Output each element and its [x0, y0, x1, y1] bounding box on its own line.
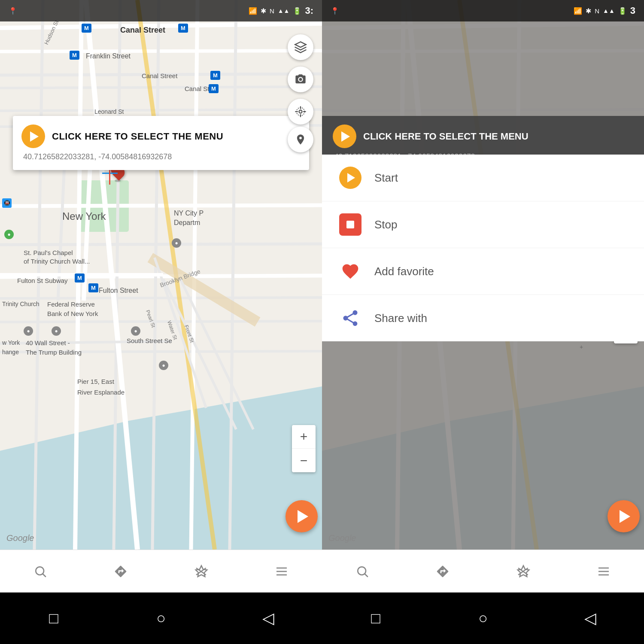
nav-directions-r[interactable] — [425, 554, 460, 589]
android-nav-bar: □ ○ ◁ □ ○ ◁ — [0, 592, 644, 644]
android-back-btn-right[interactable]: ◁ — [569, 609, 612, 627]
transit-m-1: M — [82, 24, 91, 33]
stop-icon-circle — [339, 213, 361, 236]
menu-item-stop[interactable]: Stop — [322, 201, 644, 248]
google-logo: Google — [6, 533, 34, 543]
subway-icon-left: 🚇 — [2, 198, 12, 208]
nav-menu[interactable] — [264, 554, 299, 589]
park-icon: ● — [4, 230, 14, 239]
pin-shadow — [115, 179, 121, 182]
menu-item-share[interactable]: Share with — [322, 295, 644, 341]
map-label-canal2: Canal Street — [142, 72, 177, 79]
nav-starred[interactable] — [184, 554, 219, 589]
transit-m-7: M — [88, 283, 98, 292]
place-icon-4: ● — [159, 361, 168, 370]
status-bar-right: 📍 📶 ✱ N ▲▲ 🔋 3 — [322, 0, 644, 21]
battery-icon-r: 🔋 — [618, 7, 627, 15]
fab-play-button[interactable] — [286, 500, 318, 532]
signal-icon: 📶 — [249, 7, 257, 15]
bluetooth-icon-r: ✱ — [586, 7, 591, 15]
status-icons: 📶 ✱ N ▲▲ 🔋 3: — [249, 5, 313, 16]
svg-point-31 — [299, 110, 302, 113]
popup-header-r: CLICK HERE TO SELECT THE MENU — [333, 125, 633, 148]
pin-button[interactable] — [288, 127, 313, 152]
phone-screen-right: 📍 📶 ✱ N ▲▲ 🔋 3 — [322, 0, 644, 592]
android-back-btn-left[interactable]: ◁ — [247, 609, 290, 627]
menu-item-start[interactable]: Start — [322, 155, 644, 201]
share-icon — [341, 309, 360, 328]
signal2-icon: ▲▲ — [278, 7, 290, 14]
map-label-river: River Esplanade — [77, 389, 125, 396]
map-label-nycity: NY City P — [174, 210, 204, 217]
menu-label-stop: Stop — [374, 218, 398, 231]
map-label-wall-st: 40 Wall Street - — [26, 339, 70, 346]
android-square-btn-left[interactable]: □ — [32, 609, 75, 627]
android-circle-btn-left[interactable]: ○ — [140, 609, 182, 627]
signal2-icon-r: ▲▲ — [603, 7, 615, 14]
map-label-newyork: New York — [62, 210, 106, 222]
svg-line-13 — [0, 321, 322, 322]
nfc-icon: N — [270, 7, 274, 15]
bluetooth-icon: ✱ — [261, 7, 266, 15]
map-bottom-area: + Bank of New York South Street Se 40 Wa… — [322, 343, 644, 550]
place-icon-3: ● — [131, 326, 140, 336]
zoom-in-button[interactable]: + — [292, 425, 316, 449]
play-icon — [30, 131, 39, 142]
transit-m-4: M — [210, 71, 220, 80]
play-icon-r — [341, 131, 350, 142]
fab-icon-r — [620, 510, 630, 523]
menu-item-favorite[interactable]: Add favorite — [322, 248, 644, 295]
nav-search-r[interactable] — [345, 554, 380, 589]
stop-square-icon — [346, 221, 354, 228]
dropdown-menu: Start Stop Add favorite — [322, 155, 644, 341]
location-button[interactable] — [288, 99, 313, 125]
map-label-franklin: Franklin Street — [86, 52, 131, 60]
map-label-trinity-church: Trinity Church — [2, 301, 39, 307]
android-square-btn-right[interactable]: □ — [354, 609, 397, 627]
map-popup[interactable]: CLICK HERE TO SELECT THE MENU 40.7126582… — [13, 116, 309, 170]
map-label-south-st: South Street Se — [127, 337, 172, 344]
map-label-canal-street: Canal Street — [120, 26, 165, 35]
map-label-zoom-plus: + — [580, 343, 583, 350]
svg-line-10 — [0, 244, 322, 245]
transit-m-3: M — [70, 51, 79, 60]
svg-line-12 — [0, 298, 322, 298]
map-label-fulton-subway: Fulton St Subway — [17, 277, 68, 284]
android-circle-btn-right[interactable]: ○ — [462, 609, 504, 627]
location-pin-icon: 📍 — [9, 7, 17, 15]
map-label-fulton-st: Fulton Street — [99, 287, 138, 295]
signal-icon-r: 📶 — [574, 7, 582, 15]
popup-header: CLICK HERE TO SELECT THE MENU — [21, 125, 301, 148]
start-icon-circle — [339, 167, 361, 189]
map-label-fed-reserve: Federal Reserve — [47, 301, 95, 308]
transit-m-6: M — [75, 273, 85, 283]
map-label-stpauls: St. Paul's Chapel — [24, 249, 73, 256]
map-label-pier15: Pier 15, East — [77, 378, 114, 385]
photo-button[interactable] — [288, 67, 313, 92]
popup-play-btn-r[interactable] — [333, 125, 356, 148]
building-icon: ● — [172, 238, 181, 248]
start-play-icon — [347, 173, 355, 182]
nav-search[interactable] — [23, 554, 58, 589]
svg-line-6 — [0, 87, 322, 88]
fab-r[interactable] — [608, 500, 640, 532]
place-icon-2: ● — [52, 326, 61, 336]
transit-m-2: M — [178, 24, 188, 33]
bottom-nav-right — [322, 550, 644, 592]
status-time-r: 3 — [630, 5, 635, 16]
popup-play-btn[interactable] — [21, 125, 45, 148]
nav-starred-r[interactable] — [506, 554, 541, 589]
status-right-left: 📍 — [331, 7, 339, 15]
heart-icon — [341, 262, 360, 281]
map-label-trump: The Trump Building — [26, 349, 82, 356]
map-label-canal-st: Canal St — [185, 85, 210, 92]
nav-directions[interactable] — [103, 554, 138, 589]
nav-menu-r[interactable] — [586, 554, 621, 589]
map-label-depart: Departm — [174, 219, 200, 227]
layers-button[interactable] — [288, 34, 313, 60]
zoom-out-button[interactable]: − — [292, 449, 316, 472]
map-label-trinity: of Trinity Church Wall... — [24, 258, 90, 265]
map-label-hange: hange — [2, 349, 19, 355]
place-icon-1: ● — [24, 326, 33, 336]
crosshair-vertical — [109, 167, 110, 185]
